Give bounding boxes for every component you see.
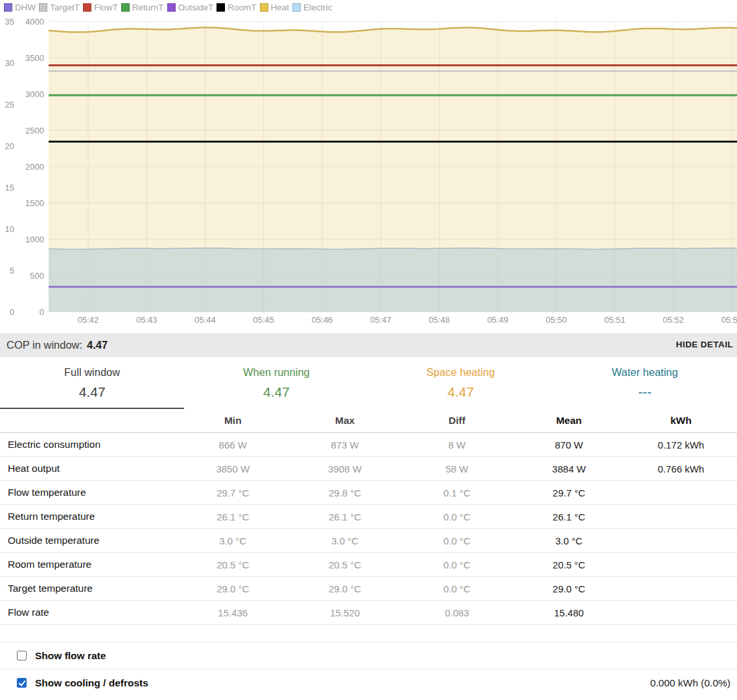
tab-when-running[interactable]: When running 4.47 [184,357,368,409]
tab-full-window[interactable]: Full window 4.47 [0,357,184,409]
option-label[interactable]: Show flow rate [35,650,106,662]
legend-item-electric[interactable]: Electric [292,3,332,12]
max-value: 20.5 °C [289,553,401,577]
cop-tabs: Full window 4.47 When running 4.47 Space… [0,357,737,409]
kwh-value [625,577,737,601]
table-header-row: Min Max Diff Mean kWh [0,409,737,433]
kwh-value [625,553,737,577]
legend-item-dhw[interactable]: DHW [4,3,36,12]
mean-value: 3884 W [513,457,625,481]
min-value: 29.0 °C [177,577,289,601]
svg-text:05:45: 05:45 [253,315,275,325]
kwh-value: 0.766 kWh [625,457,737,481]
svg-text:1500: 1500 [25,198,44,208]
svg-text:500: 500 [30,271,44,281]
diff-value: 8 W [401,433,513,457]
table-row-room-temperature: Room temperature 20.5 °C 20.5 °C 0.0 °C … [0,553,737,577]
min-value: 866 W [177,433,289,457]
svg-text:35: 35 [5,17,14,27]
legend-item-outsidet[interactable]: OutsideT [167,3,214,12]
table-row-flow-rate: Flow rate 15.436 15.520 0.083 15.480 [0,601,737,625]
tab-water-heating[interactable]: Water heating --- [553,357,737,409]
diff-value: 0.0 °C [401,577,513,601]
max-value: 3.0 °C [289,529,401,553]
table-row-target-temperature: Target temperature 29.0 °C 29.0 °C 0.0 °… [0,577,737,601]
svg-text:05:51: 05:51 [604,315,626,325]
row-label: Target temperature [0,577,177,601]
electric-swatch-icon [292,3,301,12]
svg-text:05:52: 05:52 [662,315,684,325]
legend-item-roomt[interactable]: RoomT [216,3,256,12]
tab-value: 4.47 [184,384,368,400]
mean-value: 870 W [513,433,625,457]
heat-swatch-icon [260,3,268,12]
svg-text:3500: 3500 [25,53,44,63]
row-label: Flow temperature [0,481,177,505]
svg-text:10: 10 [5,224,14,234]
col-header-kwh: kWh [625,409,737,433]
svg-text:05:49: 05:49 [487,315,509,325]
returnt-swatch-icon [121,3,130,12]
row-label: Electric consumption [0,433,177,457]
svg-text:3000: 3000 [25,89,44,99]
legend-label: Heat [271,3,290,12]
max-value: 3908 W [289,457,401,481]
svg-text:2000: 2000 [25,162,44,172]
tab-space-heating[interactable]: Space heating 4.47 [369,357,553,409]
dhw-swatch-icon [4,3,12,12]
stats-table: Min Max Diff Mean kWh Electric consumpti… [0,409,737,625]
legend-item-targett[interactable]: TargetT [39,3,80,12]
option-label[interactable]: Show cooling / defrosts [35,677,148,689]
svg-text:20: 20 [5,141,14,151]
max-value: 15.520 [289,601,401,625]
table-row-outside-temperature: Outside temperature 3.0 °C 3.0 °C 0.0 °C… [0,529,737,553]
mean-value: 15.480 [513,601,625,625]
max-value: 26.1 °C [289,505,401,529]
option-show-flow-rate[interactable]: Show flow rate [0,642,737,669]
legend-label: OutsideT [178,3,214,12]
min-value: 20.5 °C [177,553,289,577]
tab-label: Full window [0,366,184,379]
cop-summary-bar: COP in window: 4.47 HIDE DETAIL [0,333,737,357]
mean-value: 29.0 °C [513,577,625,601]
show-flow-rate-checkbox[interactable] [17,651,27,660]
legend-item-heat[interactable]: Heat [260,3,290,12]
option-show-cooling-defrosts[interactable]: Show cooling / defrosts 0.000 kWh (0.0%) [0,669,737,696]
legend-label: ReturnT [132,3,164,12]
min-value: 3.0 °C [177,529,289,553]
col-header-blank [0,409,177,433]
chart-options: Show flow rate Show cooling / defrosts 0… [0,642,737,696]
mean-value: 26.1 °C [513,505,625,529]
timeseries-chart[interactable]: 0510152025303505001000150020002500300035… [0,0,737,331]
col-header-diff: Diff [401,409,513,433]
legend-label: RoomT [228,3,256,12]
chart-areas [49,27,737,312]
legend-label: TargetT [50,3,80,12]
svg-text:05:43: 05:43 [136,315,158,325]
diff-value: 58 W [401,457,513,481]
cop-window-label: COP in window: [6,339,82,351]
svg-text:05:48: 05:48 [428,315,450,325]
kwh-value [625,601,737,625]
row-label: Return temperature [0,505,177,529]
col-header-min: Min [177,409,289,433]
min-value: 26.1 °C [177,505,289,529]
legend-item-flowt[interactable]: FlowT [83,3,118,12]
col-header-max: Max [289,409,401,433]
mean-value: 20.5 °C [513,553,625,577]
table-row-heat-output: Heat output 3850 W 3908 W 58 W 3884 W 0.… [0,457,737,481]
svg-text:05:53: 05:53 [721,315,737,325]
svg-text:30: 30 [5,58,14,68]
col-header-mean: Mean [513,409,625,433]
table-row-electric-consumption: Electric consumption 866 W 873 W 8 W 870… [0,433,737,457]
show-cooling-defrosts-checkbox[interactable] [17,678,27,688]
cop-window-value: 4.47 [87,339,108,351]
svg-text:1000: 1000 [25,235,44,244]
svg-text:15: 15 [5,183,14,192]
legend-item-returnt[interactable]: ReturnT [121,3,164,12]
option-right-value: 0.000 kWh (0.0%) [650,677,731,689]
kwh-value [625,529,737,553]
chart-legend: DHW TargetT FlowT ReturnT OutsideT RoomT… [4,3,335,12]
tab-label: When running [184,366,368,379]
hide-detail-button[interactable]: HIDE DETAIL [676,340,733,349]
